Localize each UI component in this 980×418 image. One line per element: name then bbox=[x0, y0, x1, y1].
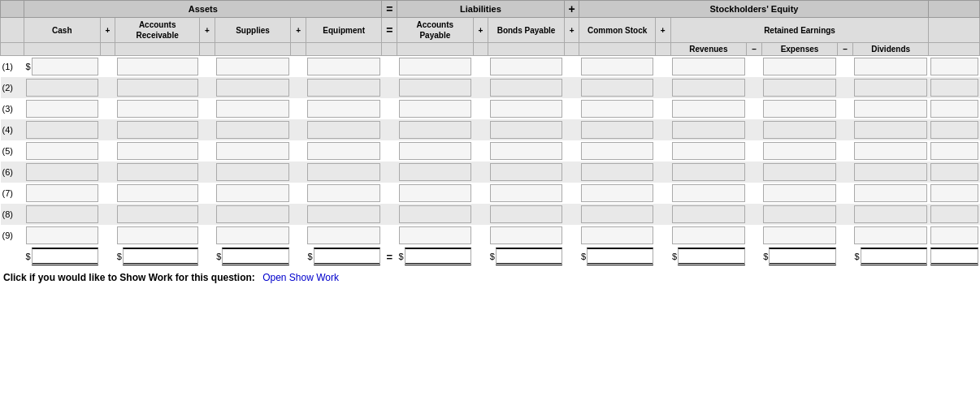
supplies-cell-1[interactable] bbox=[215, 56, 290, 78]
ar-input-6[interactable] bbox=[117, 163, 198, 181]
revenues-input-8[interactable] bbox=[672, 205, 744, 223]
cash-input-9[interactable] bbox=[26, 226, 98, 244]
ap-cell-8[interactable] bbox=[397, 204, 473, 225]
revenues-cell-7[interactable] bbox=[670, 183, 746, 204]
ar-input-5[interactable] bbox=[117, 142, 198, 160]
common-input-8[interactable] bbox=[581, 205, 653, 223]
equipment-cell-6[interactable] bbox=[306, 162, 381, 183]
totals-revenues-input[interactable] bbox=[678, 248, 744, 265]
dividends-input-5[interactable] bbox=[854, 142, 927, 160]
expenses-input-9[interactable] bbox=[763, 226, 835, 244]
revenues-input-9[interactable] bbox=[672, 226, 744, 244]
last-input-7[interactable] bbox=[930, 184, 978, 202]
cash-cell-4[interactable] bbox=[24, 119, 100, 140]
dividends-cell-2[interactable] bbox=[852, 77, 929, 98]
bonds-input-7[interactable] bbox=[490, 184, 563, 202]
cash-cell-7[interactable] bbox=[24, 183, 100, 204]
equipment-input-2[interactable] bbox=[307, 79, 379, 97]
ap-cell-7[interactable] bbox=[397, 183, 473, 204]
last-input-4[interactable] bbox=[930, 121, 978, 139]
dividends-input-1[interactable] bbox=[854, 58, 927, 75]
dividends-input-8[interactable] bbox=[854, 205, 927, 223]
bonds-cell-4[interactable] bbox=[488, 119, 565, 140]
cash-input-3[interactable] bbox=[26, 100, 98, 118]
show-work-link[interactable]: Open Show Work bbox=[262, 272, 339, 283]
expenses-input-5[interactable] bbox=[763, 142, 835, 160]
last-cell-7[interactable] bbox=[929, 183, 980, 204]
ap-cell-6[interactable] bbox=[397, 162, 473, 183]
bonds-cell-2[interactable] bbox=[488, 77, 565, 98]
cash-cell-1[interactable]: $ bbox=[24, 56, 100, 78]
ap-input-6[interactable] bbox=[399, 163, 471, 181]
ap-input-4[interactable] bbox=[399, 121, 471, 139]
equipment-input-8[interactable] bbox=[307, 205, 379, 223]
ar-cell-7[interactable] bbox=[115, 183, 200, 204]
common-input-9[interactable] bbox=[581, 226, 653, 244]
dividends-input-2[interactable] bbox=[854, 79, 927, 97]
expenses-cell-7[interactable] bbox=[761, 183, 837, 204]
ar-cell-5[interactable] bbox=[115, 140, 200, 162]
totals-expenses-input[interactable] bbox=[769, 248, 835, 265]
bonds-cell-5[interactable] bbox=[488, 140, 565, 162]
equipment-cell-5[interactable] bbox=[306, 140, 381, 162]
expenses-cell-2[interactable] bbox=[761, 77, 837, 98]
cash-input-5[interactable] bbox=[26, 142, 98, 160]
supplies-cell-6[interactable] bbox=[215, 162, 290, 183]
common-cell-2[interactable] bbox=[579, 77, 655, 98]
expenses-input-3[interactable] bbox=[763, 100, 835, 118]
supplies-cell-3[interactable] bbox=[215, 98, 290, 119]
ap-cell-9[interactable] bbox=[397, 225, 473, 246]
supplies-input-2[interactable] bbox=[216, 79, 288, 97]
ar-input-7[interactable] bbox=[117, 184, 198, 202]
bonds-input-1[interactable] bbox=[490, 58, 563, 75]
dividends-input-7[interactable] bbox=[854, 184, 927, 202]
cash-input-4[interactable] bbox=[26, 121, 98, 139]
supplies-cell-2[interactable] bbox=[215, 77, 290, 98]
expenses-cell-4[interactable] bbox=[761, 119, 837, 140]
revenues-input-6[interactable] bbox=[672, 163, 744, 181]
ar-cell-9[interactable] bbox=[115, 225, 200, 246]
revenues-cell-8[interactable] bbox=[670, 204, 746, 225]
common-input-5[interactable] bbox=[581, 142, 653, 160]
expenses-input-8[interactable] bbox=[763, 205, 835, 223]
last-cell-6[interactable] bbox=[929, 162, 980, 183]
revenues-cell-3[interactable] bbox=[670, 98, 746, 119]
bonds-input-4[interactable] bbox=[490, 121, 563, 139]
ap-cell-5[interactable] bbox=[397, 140, 473, 162]
supplies-input-8[interactable] bbox=[216, 205, 288, 223]
equipment-input-6[interactable] bbox=[307, 163, 379, 181]
ar-cell-6[interactable] bbox=[115, 162, 200, 183]
supplies-input-4[interactable] bbox=[216, 121, 288, 139]
totals-equipment-input[interactable] bbox=[314, 248, 380, 265]
dividends-cell-8[interactable] bbox=[852, 204, 929, 225]
cash-cell-8[interactable] bbox=[24, 204, 100, 225]
dividends-cell-3[interactable] bbox=[852, 98, 929, 119]
ap-cell-1[interactable] bbox=[397, 56, 473, 78]
dividends-input-3[interactable] bbox=[854, 100, 927, 118]
expenses-input-6[interactable] bbox=[763, 163, 835, 181]
totals-supplies-input[interactable] bbox=[222, 248, 288, 265]
bonds-cell-3[interactable] bbox=[488, 98, 565, 119]
totals-bonds-input[interactable] bbox=[496, 248, 562, 265]
cash-input-6[interactable] bbox=[26, 163, 98, 181]
expenses-cell-9[interactable] bbox=[761, 225, 837, 246]
equipment-cell-1[interactable] bbox=[306, 56, 381, 78]
ap-cell-3[interactable] bbox=[397, 98, 473, 119]
equipment-input-4[interactable] bbox=[307, 121, 379, 139]
revenues-cell-2[interactable] bbox=[670, 77, 746, 98]
common-cell-6[interactable] bbox=[579, 162, 655, 183]
bonds-input-3[interactable] bbox=[490, 100, 563, 118]
last-input-1[interactable] bbox=[930, 58, 978, 75]
last-cell-4[interactable] bbox=[929, 119, 980, 140]
revenues-cell-1[interactable] bbox=[670, 56, 746, 78]
bonds-cell-7[interactable] bbox=[488, 183, 565, 204]
revenues-cell-6[interactable] bbox=[670, 162, 746, 183]
last-input-6[interactable] bbox=[930, 163, 978, 181]
ar-cell-4[interactable] bbox=[115, 119, 200, 140]
last-input-9[interactable] bbox=[930, 226, 978, 244]
cash-cell-5[interactable] bbox=[24, 140, 100, 162]
revenues-cell-5[interactable] bbox=[670, 140, 746, 162]
expenses-cell-1[interactable] bbox=[761, 56, 837, 78]
expenses-input-2[interactable] bbox=[763, 79, 835, 97]
cash-cell-2[interactable] bbox=[24, 77, 100, 98]
